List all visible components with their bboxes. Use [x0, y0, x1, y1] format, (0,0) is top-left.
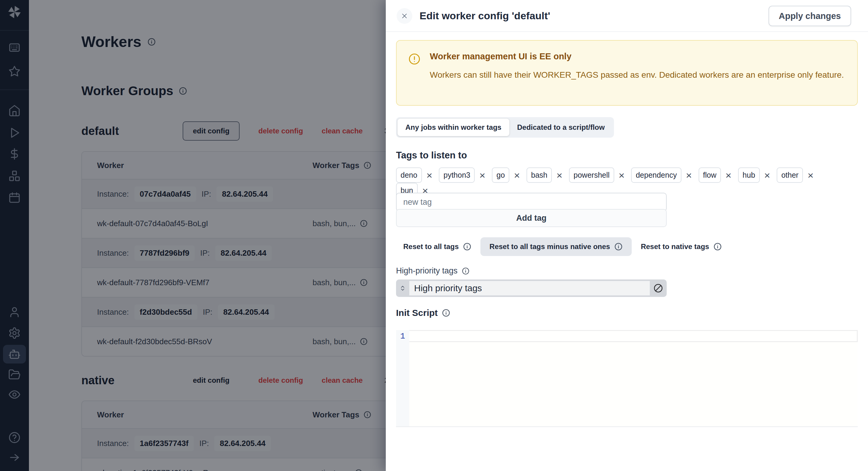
info-icon: [713, 242, 722, 251]
high-priority-tags-label-text: High-priority tags: [396, 266, 458, 275]
editor-gutter: 1: [396, 330, 409, 427]
chevrons-up-down-icon: [396, 285, 409, 292]
close-drawer-button[interactable]: [397, 8, 412, 24]
remove-tag-button[interactable]: ×: [556, 170, 562, 180]
drawer-header: Edit worker config 'default' Apply chang…: [386, 0, 868, 32]
info-icon: [614, 242, 623, 251]
init-script-heading: Init Script: [396, 308, 858, 318]
ban-icon: [650, 283, 667, 293]
tag-item: other ×: [777, 167, 813, 183]
reset-native-tags-button[interactable]: Reset to native tags: [633, 237, 729, 256]
tag-chip: bash: [527, 167, 552, 183]
tag-item: python3 ×: [439, 167, 485, 183]
reset-minus-native-label: Reset to all tags minus native ones: [490, 242, 610, 251]
info-icon[interactable]: [462, 267, 470, 275]
tag-chip: deno: [396, 167, 422, 183]
job-mode-tabs: Any jobs within worker tagsDedicated to …: [396, 117, 614, 138]
warning-body: Workers can still have their WORKER_TAGS…: [430, 68, 844, 81]
tag-chip: python3: [439, 167, 475, 183]
tag-item: bash ×: [527, 167, 562, 183]
init-script-editor[interactable]: 1: [396, 330, 858, 427]
warning-title: Worker management UI is EE only: [430, 52, 844, 61]
warning-banner: Worker management UI is EE only Workers …: [396, 40, 858, 106]
tag-chip: powershell: [569, 167, 614, 183]
tag-item: deno ×: [396, 167, 432, 183]
tag-chip: flow: [699, 167, 721, 183]
tag-chip: dependency: [631, 167, 681, 183]
reset-all-tags-label: Reset to all tags: [403, 242, 459, 251]
info-icon: [463, 242, 471, 251]
remove-tag-button[interactable]: ×: [479, 170, 485, 180]
tag-item: flow ×: [699, 167, 732, 183]
drawer-title: Edit worker config 'default': [420, 10, 550, 22]
apply-changes-button[interactable]: Apply changes: [769, 6, 851, 26]
editor-active-line[interactable]: [409, 330, 858, 342]
remove-tag-button[interactable]: ×: [725, 170, 732, 180]
close-icon: [401, 12, 408, 20]
reset-all-tags-button[interactable]: Reset to all tags: [396, 237, 478, 256]
reset-buttons-row: Reset to all tags Reset to all tags minu…: [396, 237, 858, 256]
reset-native-tags-label: Reset to native tags: [641, 242, 709, 251]
remove-tag-button[interactable]: ×: [686, 170, 692, 180]
high-priority-tags-placeholder: High priority tags: [414, 283, 482, 293]
high-priority-tags-select[interactable]: High priority tags: [396, 279, 667, 297]
edit-worker-config-drawer: Edit worker config 'default' Apply chang…: [386, 0, 868, 471]
add-tag-button[interactable]: Add tag: [396, 209, 667, 227]
high-priority-tags-label: High-priority tags: [396, 266, 858, 275]
tag-item: powershell ×: [569, 167, 624, 183]
job-mode-tab[interactable]: Dedicated to a script/flow: [509, 119, 613, 136]
tag-item: hub ×: [738, 167, 770, 183]
remove-tag-button[interactable]: ×: [427, 170, 433, 180]
app-root: Workers Worker Groups default edit confi…: [0, 0, 868, 471]
tags-heading: Tags to listen to: [396, 150, 858, 161]
remove-tag-button[interactable]: ×: [807, 170, 813, 180]
tag-chip: hub: [738, 167, 760, 183]
line-number: 1: [396, 332, 409, 341]
remove-tag-button[interactable]: ×: [764, 170, 770, 180]
job-mode-tab[interactable]: Any jobs within worker tags: [398, 119, 509, 136]
reset-minus-native-button[interactable]: Reset to all tags minus native ones: [480, 237, 632, 256]
remove-tag-button[interactable]: ×: [514, 170, 520, 180]
info-icon[interactable]: [442, 309, 450, 317]
drawer-body: Worker management UI is EE only Workers …: [386, 32, 868, 471]
tag-item: dependency ×: [631, 167, 692, 183]
new-tag-field-wrap: [396, 193, 667, 211]
new-tag-input[interactable]: [396, 193, 667, 211]
remove-tag-button[interactable]: ×: [619, 170, 625, 180]
alert-circle-icon: [408, 53, 421, 96]
tag-chip: other: [777, 167, 803, 183]
tag-chip: go: [492, 167, 509, 183]
init-script-heading-text: Init Script: [396, 308, 438, 318]
tag-item: go ×: [492, 167, 520, 183]
